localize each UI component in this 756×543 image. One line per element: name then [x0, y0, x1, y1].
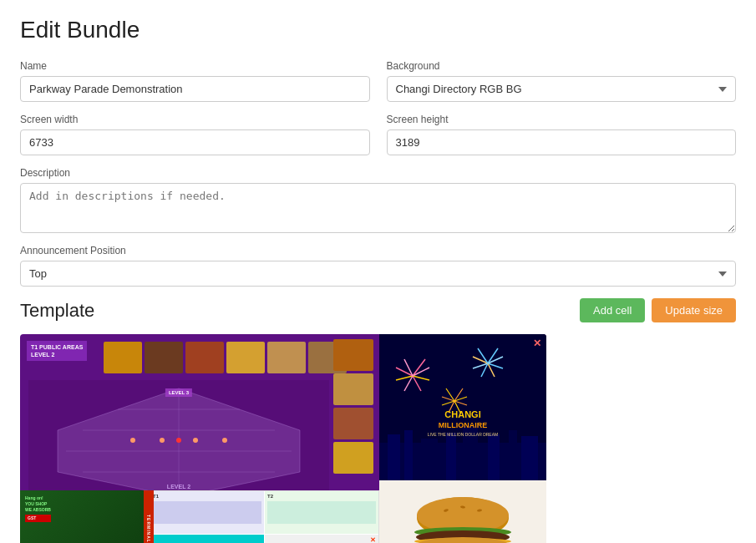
terminal-cell-4: 4 ✕	[265, 535, 378, 543]
template-actions: Add cell Update size	[580, 298, 736, 322]
svg-point-7	[160, 438, 165, 443]
svg-point-8	[176, 438, 181, 443]
template-preview: T1 PUBLIC AREASLEVEL 2 LEVEL 3	[20, 334, 546, 543]
template-title: Template	[20, 300, 94, 322]
screen-width-group: Screen width	[20, 114, 370, 155]
name-input[interactable]	[20, 76, 370, 102]
right-food-3	[333, 408, 373, 439]
svg-rect-40	[421, 439, 438, 485]
bottom-right-food: BK	[379, 480, 546, 543]
svg-rect-43	[488, 434, 500, 485]
form-row-name-background: Name Background Changi Directory RGB BG …	[20, 60, 736, 102]
svg-point-10	[222, 438, 227, 443]
food-thumb-5	[267, 342, 306, 373]
svg-rect-45	[521, 436, 538, 485]
update-size-button[interactable]: Update size	[652, 298, 736, 322]
close-button-preview: ✕	[533, 337, 541, 349]
name-label: Name	[20, 60, 370, 72]
form-row-screen-dimensions: Screen width Screen height	[20, 114, 736, 155]
svg-text:MILLIONAIRE: MILLIONAIRE	[439, 421, 488, 429]
description-textarea[interactable]	[20, 183, 736, 233]
svg-rect-39	[404, 430, 413, 485]
announcement-position-group: Announcement Position Top Bottom Left Ri…	[20, 245, 736, 287]
right-food-2	[333, 373, 373, 405]
background-group: Background Changi Directory RGB BG Defau…	[387, 60, 737, 102]
terminal-grid: T1 T2 4 ✕	[150, 490, 379, 543]
name-group: Name	[20, 60, 370, 102]
level-label: T1 PUBLIC AREASLEVEL 2	[27, 341, 87, 361]
food-thumb-3	[185, 342, 224, 373]
food-thumb-1	[104, 342, 142, 373]
right-food-column	[333, 339, 375, 474]
svg-point-9	[193, 438, 198, 443]
fireworks-svg: CHANGI MILLIONAIRE LIVE THE MILLION DOLL…	[379, 334, 546, 485]
changi-millionaire-panel: CHANGI MILLIONAIRE LIVE THE MILLION DOLL…	[379, 334, 546, 485]
screen-width-label: Screen width	[20, 114, 370, 125]
description-group: Description	[20, 167, 736, 233]
close-x: ✕	[370, 536, 376, 543]
background-label: Background	[387, 60, 737, 72]
svg-rect-38	[388, 434, 400, 485]
template-section-header: Template Add cell Update size	[20, 298, 736, 322]
level3-label: LEVEL 3	[165, 388, 192, 397]
food-thumb-2	[145, 342, 183, 373]
svg-text:LIVE THE MILLION DOLLAR DREAM: LIVE THE MILLION DOLLAR DREAM	[428, 432, 498, 437]
screen-height-input[interactable]	[387, 129, 737, 155]
burger-svg: BK	[379, 480, 546, 543]
form-row-announcement: Announcement Position Top Bottom Left Ri…	[20, 245, 736, 287]
gst-text: Hang on!YOU SHOPWE ABSORB GST	[25, 495, 51, 522]
announcement-position-select[interactable]: Top Bottom Left Right	[20, 261, 736, 287]
description-label: Description	[20, 167, 736, 179]
svg-rect-41	[446, 433, 456, 485]
screen-height-group: Screen height	[387, 114, 737, 155]
terminal-cell-t1: T1	[150, 491, 264, 534]
bottom-left-strip: Hang on!YOU SHOPWE ABSORB GST With CHANG…	[20, 490, 150, 543]
announcement-position-label: Announcement Position	[20, 245, 736, 256]
add-cell-button[interactable]: Add cell	[580, 298, 645, 322]
svg-text:LEVEL 2: LEVEL 2	[167, 484, 190, 490]
right-food-1	[333, 339, 373, 371]
svg-point-6	[130, 438, 135, 443]
form-row-description: Description	[20, 167, 736, 233]
page-title: Edit Bundle	[20, 17, 736, 43]
terminal-one-label: TERMINAL ONE	[144, 490, 154, 543]
screen-width-input[interactable]	[20, 129, 370, 155]
svg-rect-44	[509, 430, 517, 485]
terminal-cell-cyan	[150, 535, 264, 543]
svg-text:CHANGI: CHANGI	[444, 409, 480, 419]
screen-height-label: Screen height	[387, 114, 737, 125]
right-food-4	[333, 442, 373, 474]
food-thumb-4	[226, 342, 265, 373]
background-select[interactable]: Changi Directory RGB BG Default Backgrou…	[387, 76, 737, 102]
terminal-cell-t2: T2	[265, 491, 378, 534]
